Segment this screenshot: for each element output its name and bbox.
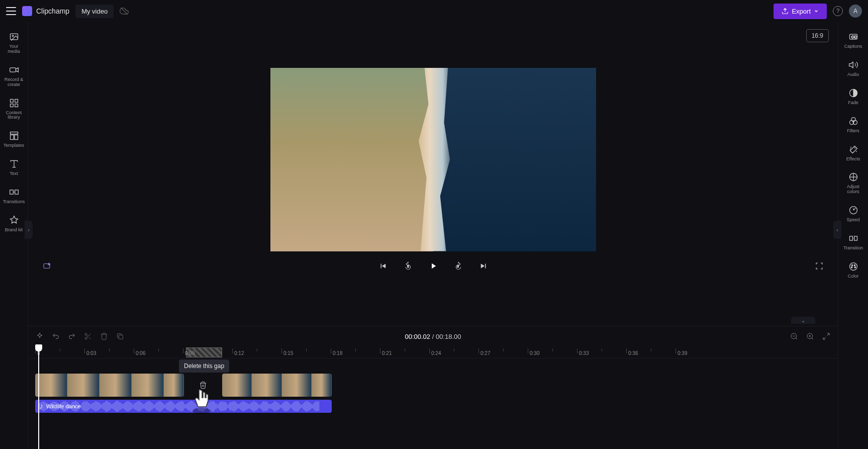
sidebar-effects[interactable]: Effects [840, 141, 866, 165]
timeline-tracks: Delete this gap ♪ Wi [28, 358, 838, 449]
ai-enhance-button[interactable] [41, 260, 52, 272]
sidebar-speed[interactable]: Speed [840, 202, 866, 226]
preview-more-toggle[interactable]: ⌄ [791, 317, 815, 324]
camera-icon [9, 64, 20, 75]
sidebar-audio[interactable]: Audio [840, 56, 866, 80]
svg-text:5: 5 [457, 265, 458, 268]
left-sidebar: Your media Record & create Content libra… [0, 22, 28, 449]
project-name-field[interactable]: My video [75, 5, 114, 18]
audio-clip[interactable]: ♪ Wildlife dance [35, 400, 332, 413]
timeline-timecode: 00:00.02 / 00:18.00 [405, 333, 461, 340]
redo-button[interactable] [67, 332, 76, 341]
svg-text:CC: CC [851, 35, 856, 39]
skip-end-button[interactable] [478, 260, 489, 272]
sidebar-content-library[interactable]: Content library [2, 95, 26, 124]
timeline-section: 00:00.02 / 00:18.00 00:030:060:090:120:1… [28, 326, 838, 449]
sidebar-your-media[interactable]: Your media [2, 28, 26, 57]
skip-start-button[interactable] [377, 260, 389, 272]
svg-rect-35 [849, 236, 852, 240]
trash-icon [199, 381, 207, 389]
zoom-in-button[interactable] [806, 332, 815, 341]
captions-icon: CC [848, 31, 859, 42]
play-button[interactable] [428, 260, 439, 272]
transition-icon [848, 233, 859, 244]
sidebar-adjust-colors[interactable]: Adjust colors [840, 168, 866, 198]
color-icon [848, 261, 859, 272]
audio-track: ♪ Wildlife dance [35, 400, 831, 413]
svg-point-40 [854, 266, 856, 268]
sidebar-color[interactable]: Color [840, 258, 866, 282]
undo-button[interactable] [51, 332, 60, 341]
header-left: Clipchamp My video [6, 5, 129, 18]
duplicate-button[interactable] [116, 332, 125, 341]
auto-enhance-button[interactable] [35, 332, 44, 341]
export-button[interactable]: Export [774, 4, 827, 19]
preview-area: 16:9 5 5 ⌄ [28, 22, 838, 326]
svg-point-37 [849, 263, 857, 271]
adjust-colors-icon [848, 171, 859, 183]
sidebar-captions[interactable]: CC Captions [840, 28, 866, 52]
timeline-toolbar: 00:00.02 / 00:18.00 [28, 326, 838, 346]
zoom-fit-button[interactable] [822, 332, 831, 341]
music-note-icon: ♪ [39, 402, 43, 411]
split-button[interactable] [83, 332, 92, 341]
svg-point-38 [851, 264, 853, 266]
effects-icon [848, 144, 859, 155]
svg-rect-3 [10, 68, 16, 72]
timeline-gap[interactable] [184, 374, 222, 397]
sidebar-transition[interactable]: Transition [840, 230, 866, 254]
svg-point-39 [854, 264, 855, 266]
aspect-ratio-selector[interactable]: 16:9 [806, 29, 829, 42]
chevron-down-icon [814, 9, 819, 14]
svg-rect-6 [10, 104, 13, 107]
svg-rect-18 [119, 335, 123, 339]
brand-kit-icon [9, 215, 20, 226]
text-icon [9, 158, 20, 169]
svg-text:5: 5 [407, 265, 409, 268]
delete-gap-tooltip: Delete this gap [179, 360, 229, 373]
app-logo[interactable]: Clipchamp [22, 6, 69, 16]
help-button[interactable]: ? [833, 6, 843, 16]
video-clip-2[interactable] [222, 374, 332, 397]
app-name: Clipchamp [36, 7, 69, 15]
delete-button[interactable] [100, 332, 109, 341]
cloud-sync-icon[interactable] [120, 7, 129, 16]
sidebar-fade[interactable]: Fade [840, 84, 866, 109]
forward-button[interactable]: 5 [453, 260, 464, 272]
speed-icon [848, 205, 859, 216]
sidebar-filters[interactable]: Filters [840, 113, 866, 137]
svg-point-16 [85, 333, 87, 335]
transitions-icon [9, 187, 20, 198]
svg-line-20 [796, 338, 797, 339]
svg-rect-9 [10, 135, 14, 140]
rewind-button[interactable]: 5 [403, 260, 414, 272]
sidebar-templates[interactable]: Templates [2, 127, 26, 151]
zoom-out-button[interactable] [790, 332, 799, 341]
audio-icon [848, 59, 859, 70]
svg-point-2 [12, 35, 14, 37]
svg-rect-10 [14, 135, 18, 140]
sidebar-brand-kit[interactable]: Brand kit [2, 212, 26, 236]
svg-line-0 [121, 8, 128, 15]
fade-icon [848, 87, 859, 99]
header-right: Export ? A [774, 4, 862, 19]
svg-point-41 [851, 266, 852, 268]
video-clip-1[interactable] [35, 374, 184, 397]
right-sidebar-expand[interactable]: ‹ [833, 221, 841, 239]
svg-rect-7 [15, 104, 18, 107]
center-panel: 16:9 5 5 ⌄ [28, 22, 838, 449]
timeline-ruler[interactable]: 00:030:060:090:120:150:180:210:240:270:3… [28, 346, 838, 358]
main-content: Your media Record & create Content libra… [0, 22, 868, 449]
sidebar-record-create[interactable]: Record & create [2, 61, 26, 91]
svg-line-23 [812, 338, 813, 339]
svg-point-17 [85, 337, 87, 339]
sidebar-transitions[interactable]: Transitions [2, 184, 26, 208]
svg-rect-11 [10, 190, 13, 194]
sidebar-text[interactable]: Text [2, 155, 26, 179]
playhead[interactable] [35, 344, 42, 351]
playback-controls: 5 5 [28, 251, 838, 281]
user-avatar[interactable]: A [849, 5, 862, 18]
video-preview[interactable] [270, 68, 596, 251]
menu-button[interactable] [6, 7, 16, 15]
fullscreen-button[interactable] [814, 260, 825, 272]
